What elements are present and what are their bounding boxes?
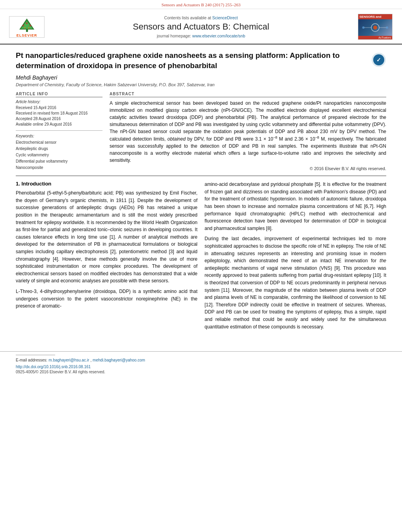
issn-line: 0925-4005/© 2016 Elsevier B.V. All right… bbox=[16, 370, 386, 374]
main-divider bbox=[16, 176, 386, 176]
elsevier-tree-svg bbox=[16, 18, 38, 33]
author-name: Mehdi Baghayeri bbox=[16, 74, 386, 81]
email-link-1[interactable]: m.baghayeri@hsu.ac.ir bbox=[48, 358, 89, 362]
article-title-section: Pt nanoparticles/reduced graphene oxide … bbox=[16, 50, 386, 70]
sensors-graphic-svg bbox=[359, 21, 391, 35]
top-citation-bar: Sensors and Actuators B 240 (2017) 255–2… bbox=[0, 0, 402, 9]
citation-text: Sensors and Actuators B 240 (2017) 255–2… bbox=[162, 2, 240, 7]
accepted-date: Accepted 28 August 2016 bbox=[16, 116, 102, 122]
affiliation: Department of Chemistry, Faculty of Scie… bbox=[16, 82, 386, 87]
svg-point-7 bbox=[28, 27, 29, 28]
body-columns: 1. Introduction Phenobarbital (5-ethyl-5… bbox=[16, 181, 386, 334]
elsevier-text: ELSEVIER bbox=[17, 33, 37, 37]
sensors-logo-box: SENSORS and AcTuators bbox=[358, 14, 393, 40]
keyword-5: Nanocomposite bbox=[16, 165, 102, 171]
email-label: E-mail addresses: bbox=[16, 358, 47, 362]
body-right-col: amino-acid decarboxylase and pyridoxal p… bbox=[205, 181, 386, 334]
journal-homepage: journal homepage: www.elsevier.com/locat… bbox=[50, 33, 352, 38]
abstract-text: A simple electrochemical sensor has been… bbox=[110, 100, 386, 164]
received-date: Received 15 April 2016 bbox=[16, 105, 102, 111]
journal-title: Sensors and Actuators B: Chemical bbox=[50, 22, 352, 32]
email-link-2[interactable]: mehdi.baghayeri@yahoo.com bbox=[93, 358, 145, 362]
keyword-4: Differential pulse voltammetry bbox=[16, 158, 102, 165]
crossmark-logo: ✓ bbox=[371, 52, 386, 67]
sciencedirect-link[interactable]: ScienceDirect bbox=[212, 15, 238, 20]
abstract-column: ABSTRACT A simple electrochemical sensor… bbox=[110, 92, 386, 171]
sensors-logo: SENSORS and AcTuators bbox=[355, 13, 395, 41]
keywords-label: Keywords: bbox=[16, 134, 102, 138]
doi-line[interactable]: http://dx.doi.org/10.1016/j.snb.2016.08.… bbox=[16, 365, 386, 369]
article-body: Pt nanoparticles/reduced graphene oxide … bbox=[0, 44, 402, 339]
svg-point-6 bbox=[24, 27, 25, 28]
sensors-logo-img-area bbox=[358, 19, 392, 36]
svg-text:✓: ✓ bbox=[376, 57, 381, 63]
sensors-logo-bottom: AcTuators bbox=[358, 36, 392, 39]
body-left-col: 1. Introduction Phenobarbital (5-ethyl-5… bbox=[16, 181, 197, 334]
article-title: Pt nanoparticles/reduced graphene oxide … bbox=[16, 50, 371, 70]
crossmark-svg: ✓ bbox=[371, 52, 386, 67]
keywords-section: Keywords: Electrochemical sensor Antiepi… bbox=[16, 134, 102, 171]
svg-point-14 bbox=[386, 26, 388, 29]
svg-point-5 bbox=[30, 25, 31, 26]
journal-homepage-link[interactable]: www.elsevier.com/locate/snb bbox=[192, 33, 245, 38]
info-divider bbox=[16, 130, 102, 131]
email-info: E-mail addresses: m.baghayeri@hsu.ac.ir … bbox=[16, 357, 386, 363]
received-revised-date: Received in revised form 18 August 2016 bbox=[16, 111, 102, 116]
svg-point-4 bbox=[26, 22, 28, 24]
history-title: Article history: bbox=[16, 100, 102, 104]
intro-paragraph-2: L-Threo-3, 4-dihydroxyphenylserine (drox… bbox=[16, 288, 197, 310]
journal-header: ELSEVIER Contents lists available at Sci… bbox=[0, 9, 402, 44]
right-paragraph-2: During the last decades, improvement of … bbox=[205, 235, 386, 330]
intro-paragraph-1: Phenobarbital (5-ethyl-5-phenylbarbituri… bbox=[16, 189, 197, 285]
abstract-label: ABSTRACT bbox=[110, 92, 386, 97]
article-info-column: ARTICLE INFO Article history: Received 1… bbox=[16, 92, 102, 171]
available-date: Available online 29 August 2016 bbox=[16, 122, 102, 127]
intro-heading: 1. Introduction bbox=[16, 181, 197, 187]
article-footer: E-mail addresses: m.baghayeri@hsu.ac.ir … bbox=[0, 351, 402, 378]
article-info-label: ARTICLE INFO bbox=[16, 92, 102, 97]
footnote-line bbox=[16, 355, 55, 355]
copyright-line: © 2016 Elsevier B.V. All rights reserved… bbox=[110, 166, 386, 171]
elsevier-logo: ELSEVIER bbox=[7, 15, 47, 39]
keyword-1: Electrochemical sensor bbox=[16, 139, 102, 146]
keyword-2: Antiepileptic drugs bbox=[16, 146, 102, 152]
keyword-3: Cyclic voltammetry bbox=[16, 152, 102, 158]
contents-line: Contents lists available at ScienceDirec… bbox=[50, 15, 352, 20]
right-paragraph-1: amino-acid decarboxylase and pyridoxal p… bbox=[205, 181, 386, 232]
article-history: Article history: Received 15 April 2016 … bbox=[16, 100, 102, 127]
svg-point-3 bbox=[22, 25, 24, 26]
info-abstract-columns: ARTICLE INFO Article history: Received 1… bbox=[16, 92, 386, 171]
svg-point-13 bbox=[362, 26, 365, 29]
elsevier-logo-img: ELSEVIER bbox=[9, 16, 45, 38]
sensors-logo-top: SENSORS and bbox=[358, 14, 392, 19]
svg-point-10 bbox=[373, 26, 377, 30]
journal-center: Contents lists available at ScienceDirec… bbox=[47, 15, 355, 38]
